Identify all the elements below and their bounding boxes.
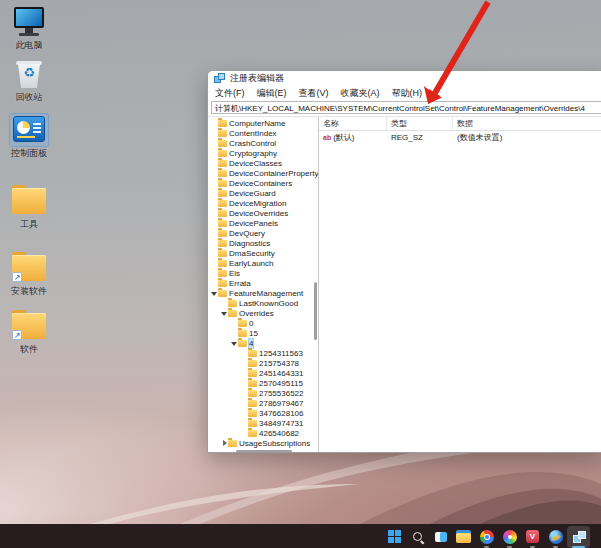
registry-editor-taskbar-button[interactable] bbox=[567, 526, 590, 548]
file-explorer-button[interactable] bbox=[452, 526, 475, 548]
value-row[interactable]: ab(默认)REG_SZ(数值未设置) bbox=[319, 131, 601, 143]
folder-icon bbox=[10, 185, 48, 217]
registry-tree-pane[interactable]: ComputerNameContentIndexCrashControlCryp… bbox=[208, 117, 319, 453]
tree-node-15[interactable]: 15 bbox=[208, 328, 318, 338]
tree-node-label: FeatureManagement bbox=[229, 289, 303, 298]
search-icon bbox=[411, 530, 425, 544]
folder-key-icon bbox=[248, 430, 257, 437]
tree-node-label: Cryptography bbox=[229, 149, 277, 158]
tree-node-label: 15 bbox=[249, 329, 258, 338]
value-data: (数值未设置) bbox=[453, 132, 601, 143]
globe-app-button[interactable] bbox=[544, 526, 567, 548]
menu-help[interactable]: 帮助(H) bbox=[392, 87, 423, 100]
desktop-icon-folder-3[interactable]: ↗ 软件 bbox=[0, 310, 58, 354]
tree-vertical-scrollbar[interactable] bbox=[314, 282, 317, 340]
tree-node-2570495115[interactable]: 2570495115 bbox=[208, 378, 318, 388]
tree-node-3484974731[interactable]: 3484974731 bbox=[208, 418, 318, 428]
column-header-type[interactable]: 类型 bbox=[387, 117, 453, 130]
desktop-icon-folder-2[interactable]: ↗ 安装软件 bbox=[0, 252, 58, 296]
tree-node-label: LastKnownGood bbox=[239, 299, 298, 308]
tree-node-DevQuery[interactable]: DevQuery bbox=[208, 228, 318, 238]
search-button[interactable] bbox=[406, 526, 429, 548]
browser-wheel-button[interactable] bbox=[498, 526, 521, 548]
control-panel-icon bbox=[10, 114, 48, 146]
task-view-icon bbox=[434, 530, 448, 544]
tree-node-DmaSecurity[interactable]: DmaSecurity bbox=[208, 248, 318, 258]
tree-node-426540682[interactable]: 426540682 bbox=[208, 428, 318, 438]
tree-node-2451464331[interactable]: 2451464331 bbox=[208, 368, 318, 378]
tree-horizontal-scrollbar[interactable] bbox=[236, 450, 292, 453]
tree-node-0[interactable]: 0 bbox=[208, 318, 318, 328]
color-wheel-icon bbox=[503, 530, 517, 544]
desktop-icon-recycle-bin[interactable]: ♻ 回收站 bbox=[0, 58, 58, 102]
tree-node-label: DeviceOverrides bbox=[229, 209, 288, 218]
tree-node-LastKnownGood[interactable]: LastKnownGood bbox=[208, 298, 318, 308]
title-bar[interactable]: 注册表编辑器 bbox=[208, 71, 601, 86]
desktop-icon-this-pc[interactable]: 此电脑 bbox=[0, 6, 58, 50]
address-bar[interactable]: 计算机\HKEY_LOCAL_MACHINE\SYSTEM\CurrentCon… bbox=[211, 101, 601, 114]
tree-node-label: DevQuery bbox=[229, 229, 265, 238]
desktop-icon-control-panel[interactable]: 控制面板 bbox=[0, 114, 58, 158]
tree-node-label: 2451464331 bbox=[259, 369, 304, 378]
tree-node-label: 1254311563 bbox=[259, 349, 303, 358]
desktop-icon-folder-1[interactable]: 工具 bbox=[0, 185, 58, 229]
tree-node-DeviceMigration[interactable]: DeviceMigration bbox=[208, 198, 318, 208]
tree-node-label: 3476628106 bbox=[259, 409, 304, 418]
tree-node-2755536522[interactable]: 2755536522 bbox=[208, 388, 318, 398]
tree-node-4[interactable]: 4 bbox=[208, 338, 318, 348]
tree-node-Cryptography[interactable]: Cryptography bbox=[208, 148, 318, 158]
tree-node-label: DeviceClasses bbox=[229, 159, 282, 168]
column-header-name[interactable]: 名称 bbox=[319, 117, 387, 130]
menu-file[interactable]: 文件(F) bbox=[215, 87, 245, 100]
tree-node-UsageSubscriptions[interactable]: UsageSubscriptions bbox=[208, 438, 318, 448]
tree-node-Els[interactable]: Els bbox=[208, 268, 318, 278]
desktop: { "desktop": { "icons": [ { "name": "thi… bbox=[0, 0, 601, 548]
tree-node-2786979467[interactable]: 2786979467 bbox=[208, 398, 318, 408]
menu-edit[interactable]: 编辑(E) bbox=[257, 87, 287, 100]
folder-key-icon bbox=[218, 140, 227, 147]
registry-values-pane[interactable]: 名称 类型 数据 ab(默认)REG_SZ(数值未设置) bbox=[319, 117, 601, 453]
tree-node-CrashControl[interactable]: CrashControl bbox=[208, 138, 318, 148]
tree-node-DeviceClasses[interactable]: DeviceClasses bbox=[208, 158, 318, 168]
shortcut-arrow-icon: ↗ bbox=[12, 330, 22, 340]
tree-node-DeviceContainerPropertyUpda[interactable]: DeviceContainerPropertyUpda bbox=[208, 168, 318, 178]
tree-node-label: 2786979467 bbox=[259, 399, 304, 408]
tree-node-1254311563[interactable]: 1254311563 bbox=[208, 348, 318, 358]
chrome-button[interactable] bbox=[475, 526, 498, 548]
tree-node-DeviceOverrides[interactable]: DeviceOverrides bbox=[208, 208, 318, 218]
tree-node-label: 2570495115 bbox=[259, 379, 303, 388]
tree-node-label: UsageSubscriptions bbox=[239, 439, 310, 448]
tree-node-Overrides[interactable]: Overrides bbox=[208, 308, 318, 318]
task-view-button[interactable] bbox=[429, 526, 452, 548]
column-header-data[interactable]: 数据 bbox=[453, 117, 601, 130]
folder-key-icon bbox=[218, 160, 227, 167]
tree-node-label: Errata bbox=[229, 279, 251, 288]
chrome-icon bbox=[480, 530, 494, 544]
tree-node-ContentIndex[interactable]: ContentIndex bbox=[208, 128, 318, 138]
tree-node-EarlyLaunch[interactable]: EarlyLaunch bbox=[208, 258, 318, 268]
red-v-app-button[interactable]: V bbox=[521, 526, 544, 548]
tree-node-Diagnostics[interactable]: Diagnostics bbox=[208, 238, 318, 248]
tree-node-ComputerName[interactable]: ComputerName bbox=[208, 118, 318, 128]
tree-node-3476628106[interactable]: 3476628106 bbox=[208, 408, 318, 418]
tree-node-215754378[interactable]: 215754378 bbox=[208, 358, 318, 368]
tree-node-DeviceContainers[interactable]: DeviceContainers bbox=[208, 178, 318, 188]
folder-key-icon bbox=[218, 230, 227, 237]
start-button[interactable] bbox=[383, 526, 406, 548]
folder-shortcut-icon: ↗ bbox=[10, 310, 48, 342]
folder-key-icon bbox=[218, 240, 227, 247]
menu-bar: 文件(F) 编辑(E) 查看(V) 收藏夹(A) 帮助(H) bbox=[208, 86, 601, 100]
tree-node-label: 0 bbox=[249, 319, 253, 328]
tree-node-DeviceGuard[interactable]: DeviceGuard bbox=[208, 188, 318, 198]
tree-node-DevicePanels[interactable]: DevicePanels bbox=[208, 218, 318, 228]
menu-favorites[interactable]: 收藏夹(A) bbox=[341, 87, 380, 100]
tree-node-label: 4 bbox=[249, 339, 253, 348]
tree-node-FeatureManagement[interactable]: FeatureManagement bbox=[208, 288, 318, 298]
menu-view[interactable]: 查看(V) bbox=[299, 87, 329, 100]
desktop-icon-label: 回收站 bbox=[0, 92, 58, 102]
tree-node-label: 215754378 bbox=[259, 359, 299, 368]
tree-node-Errata[interactable]: Errata bbox=[208, 278, 318, 288]
desktop-icon-label: 软件 bbox=[0, 344, 58, 354]
values-header-row: 名称 类型 数据 bbox=[319, 117, 601, 131]
desktop-icon-label: 工具 bbox=[0, 219, 58, 229]
